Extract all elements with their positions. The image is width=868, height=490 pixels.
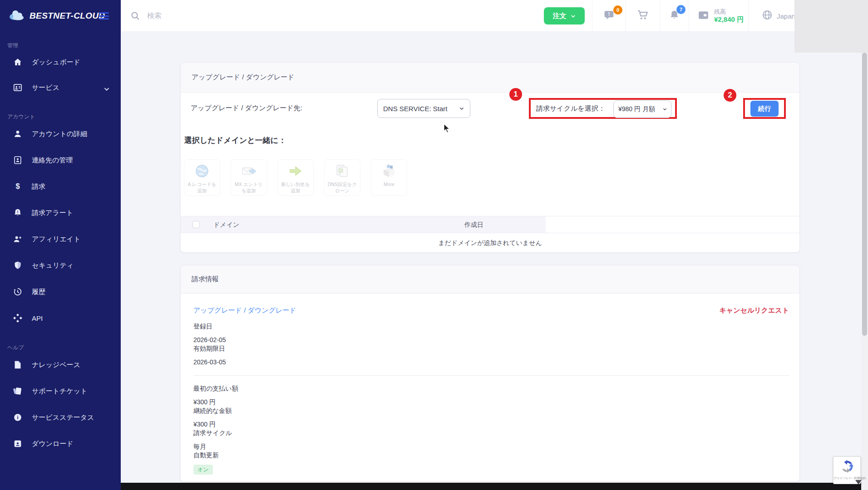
shield-icon [13, 260, 23, 270]
billing-info-card: 請求情報 アップグレード / ダウングレード キャンセルリクエスト 登録日 20… [180, 265, 800, 482]
field-value: 2026-03-05 [193, 358, 789, 367]
contact-card-icon [13, 155, 23, 165]
sidebar-item-contacts[interactable]: 連絡先の管理 [0, 147, 121, 173]
sidebar-item-affiliates[interactable]: アフィリエイト [0, 226, 121, 252]
sidebar-item-label: 請求アラート [32, 209, 73, 217]
sidebar-item-label: 連絡先の管理 [32, 156, 73, 165]
cloud-logo-icon [8, 9, 25, 23]
sidebar-item-label: サポートチケット [32, 387, 87, 396]
field-label: 自動更新 [193, 451, 789, 460]
sidebar-item-api[interactable]: API [0, 305, 121, 331]
continue-button[interactable]: 続行 [750, 101, 779, 117]
app-window: BESTNET-CLOUD 管理 ダッシュボード サービス アカウント アカウン… [0, 0, 868, 490]
sidebar-item-billing[interactable]: $ 請求 [0, 173, 121, 200]
tile-label: MX エントリを追加 [231, 181, 266, 194]
card-header: アップグレード / ダウングレード [181, 63, 799, 93]
cart-button[interactable] [625, 0, 660, 32]
tile-add-new-alias[interactable]: 新しい別名を追加 [277, 159, 314, 196]
sidebar-item-label: 請求 [32, 182, 45, 191]
sidebar-item-label: API [32, 314, 43, 322]
sidebar-item-dashboard[interactable]: ダッシュボード [0, 49, 121, 75]
hamburger-menu-icon[interactable] [99, 12, 109, 21]
chevron-down-icon [459, 106, 464, 111]
sidebar-item-knowledgebase[interactable]: ナレッジベース [0, 352, 121, 378]
select-all-checkbox[interactable] [192, 221, 200, 228]
cancel-request-link[interactable]: キャンセルリクエスト [719, 306, 789, 315]
sidebar-item-support-tickets[interactable]: サポートチケット [0, 378, 121, 404]
divider [193, 375, 789, 376]
sidebar-item-security[interactable]: セキュリティ [0, 252, 121, 279]
open-box-tile-icon [381, 163, 397, 181]
sidebar-item-history[interactable]: 履歴 [0, 279, 121, 305]
history-clock-icon [13, 287, 23, 297]
window-corner-overlay [794, 0, 868, 53]
tile-more[interactable]: More [371, 159, 407, 196]
sidebar: BESTNET-CLOUD 管理 ダッシュボード サービス アカウント アカウン… [0, 0, 121, 490]
sidebar-section-help: ヘルプ [0, 344, 121, 352]
tile-clone-dns[interactable]: DNS設定をクローン [324, 159, 360, 196]
topbar: 注文 ! 0 7 残高 ¥2,840 円 [121, 0, 868, 32]
chevron-down-icon [102, 84, 109, 91]
billing-cycle-select[interactable]: ¥980 円 月額 [613, 100, 671, 118]
document-icon [13, 360, 23, 370]
field-value: ¥300 円 [193, 398, 789, 407]
balance-button[interactable]: 残高 ¥2,840 円 [689, 0, 748, 32]
sidebar-item-label: アフィリエイト [32, 235, 80, 244]
messages-badge: 0 [613, 5, 622, 15]
id-card-icon [13, 83, 23, 93]
scrollbar-thumb[interactable] [862, 53, 867, 336]
column-header-created: 作成日 [451, 221, 497, 229]
sidebar-item-services[interactable]: サービス [0, 75, 121, 100]
auto-renew-status-badge: オン [193, 465, 213, 475]
select-value: DNS SERVICE: Start [383, 105, 447, 113]
sidebar-section-management: 管理 [0, 42, 121, 49]
field-label: 有効期限日 [193, 344, 789, 353]
sidebar-item-downloads[interactable]: ダウンロード [0, 431, 121, 457]
column-header-domain: ドメイン [213, 221, 239, 229]
svg-text:!: ! [608, 11, 610, 16]
svg-text:i: i [17, 415, 18, 420]
field-label: 請求サイクル [193, 429, 789, 437]
balance-block: 残高 ¥2,840 円 [714, 8, 744, 24]
vertical-scrollbar[interactable] [861, 0, 868, 490]
field-value: 毎月 [193, 442, 789, 451]
wallet-icon [697, 9, 710, 23]
order-button-label: 注文 [553, 12, 567, 20]
home-icon [13, 57, 23, 67]
card-title: アップグレード / ダウングレード [192, 73, 295, 82]
upgrade-target-select[interactable]: DNS SERVICE: Start [377, 99, 470, 118]
download-icon [13, 439, 23, 449]
sidebar-item-account-details[interactable]: アカウントの詳細 [0, 121, 121, 147]
sidebar-item-label: サービス [32, 83, 59, 92]
domains-table-empty-row: まだドメインが追加されていません [181, 233, 799, 253]
scroll-down-arrow-icon[interactable] [855, 480, 862, 485]
order-button[interactable]: 注文 [544, 7, 585, 24]
sidebar-item-billing-alerts[interactable]: ! 請求アラート [0, 200, 121, 226]
annotation-circle-1: 1 [509, 88, 522, 101]
globe-icon [761, 9, 773, 23]
search-input[interactable] [146, 8, 364, 24]
person-add-icon [13, 234, 23, 244]
field-label: 継続的な金額 [193, 407, 789, 415]
sidebar-item-label: ナレッジベース [32, 361, 80, 369]
sidebar-item-label: セキュリティ [32, 261, 74, 270]
with-domain-heading: 選択したドメインと一緒に： [184, 135, 286, 146]
field-value: 2026-02-05 [193, 336, 789, 344]
recaptcha-logo-icon [839, 459, 855, 474]
sidebar-item-label: ダッシュボード [32, 58, 80, 67]
tile-add-mx-entry[interactable]: MX エントリを追加 [231, 159, 267, 196]
upgrade-downgrade-link[interactable]: アップグレード / ダウングレード [193, 306, 296, 315]
tile-label: A レコードを追加 [184, 181, 220, 194]
notifications-button[interactable]: 7 [660, 0, 689, 32]
tile-add-a-record[interactable]: A レコードを追加 [184, 159, 220, 196]
green-arrow-tile-icon [288, 163, 303, 181]
billing-cycle-label: 請求サイクルを選択： [536, 104, 605, 113]
upgrade-target-label: アップグレード / ダウングレード先: [191, 104, 302, 113]
dollar-icon: $ [13, 181, 23, 191]
logo[interactable]: BESTNET-CLOUD [0, 0, 121, 32]
sidebar-item-service-status[interactable]: i サービスステータス [0, 404, 121, 431]
chevron-down-icon [662, 107, 667, 112]
bottom-bar [121, 483, 861, 490]
billing-fields: 登録日 2026-02-05 有効期限日 2026-03-05 最初の支払い額 … [193, 322, 789, 475]
messages-button[interactable]: ! 0 [592, 0, 625, 32]
